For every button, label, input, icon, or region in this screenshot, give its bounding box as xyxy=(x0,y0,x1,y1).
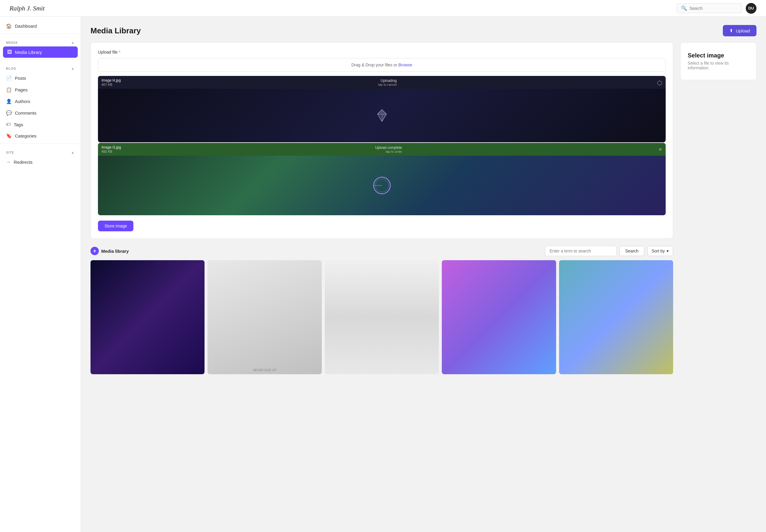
sidebar-item-tags[interactable]: 🏷 Tags xyxy=(0,119,81,130)
main-header: Media Library ⬆ Upload xyxy=(81,17,766,42)
image-icon: 🖼 xyxy=(7,49,12,55)
required-indicator: * xyxy=(119,50,120,54)
upload-item-header: Image H.jpg 407 KB Uploading tap to canc… xyxy=(98,76,666,89)
thumbnail-image xyxy=(559,260,673,374)
thumbnail-image xyxy=(91,260,205,374)
chevron-up-icon-blog: ▲ xyxy=(71,66,75,71)
thumbnail-image xyxy=(442,260,556,374)
upload-card: Upload file * Drag & Drop your files or … xyxy=(91,42,673,239)
avatar[interactable]: DU xyxy=(746,3,756,14)
comments-icon: 💬 xyxy=(6,110,12,116)
upload-item-status-complete: Upload complete tap to undo xyxy=(375,146,402,153)
home-icon: 🏠 xyxy=(6,23,12,29)
topbar: Ralph J. Smit 🔍 DU xyxy=(0,0,766,17)
media-search-button[interactable]: Search xyxy=(620,246,644,256)
tags-icon: 🏷 xyxy=(6,122,11,127)
divider-blog xyxy=(0,60,81,60)
chevron-up-icon: ▲ xyxy=(71,40,75,45)
add-media-button[interactable]: + xyxy=(91,247,99,255)
select-image-title: Select image xyxy=(688,52,749,59)
svg-marker-2 xyxy=(377,114,382,121)
sidebar-section-blog: BLOG ▲ xyxy=(0,62,81,72)
upload-item-info-complete: Image G.jpg 492 KB xyxy=(102,145,121,153)
thumbnail-item[interactable] xyxy=(442,260,556,374)
sidebar-item-label: Comments xyxy=(15,110,37,116)
sidebar-item-label: Authors xyxy=(15,99,30,104)
layout: 🏠 Dashboard MEDIA ▲ 🖼 Media Library BLOG… xyxy=(0,17,766,532)
search-box[interactable]: 🔍 xyxy=(677,3,742,13)
upload-item-info: Image H.jpg 407 KB xyxy=(102,78,121,86)
pages-icon: 📋 xyxy=(6,87,12,93)
categories-icon: 🔖 xyxy=(6,133,12,139)
upload-label: Upload file * xyxy=(98,50,666,54)
gem-icon xyxy=(375,108,389,123)
divider-media xyxy=(0,34,81,34)
thumbnail-image xyxy=(325,260,439,374)
upload-icon: ⬆ xyxy=(729,28,733,33)
sidebar-section-site: SITE ▲ xyxy=(0,146,81,156)
main-body: Upload file * Drag & Drop your files or … xyxy=(81,42,766,532)
upload-item-status: Uploading tap to cancel xyxy=(378,79,397,86)
main-right: Select image Select a file to view its i… xyxy=(673,42,756,522)
sidebar-item-label: Media Library xyxy=(15,50,42,55)
sidebar-item-pages[interactable]: 📋 Pages xyxy=(0,84,81,96)
chevron-down-icon: ▾ xyxy=(667,249,669,253)
chevron-up-icon-site: ▲ xyxy=(71,150,75,155)
close-icon[interactable]: ✕ xyxy=(659,147,662,152)
media-library-header: + Media library Search Sort by ▾ xyxy=(91,246,673,256)
sidebar-item-categories[interactable]: 🔖 Categories xyxy=(0,130,81,142)
thumbnail-image: NEVER GIVE UP xyxy=(208,260,322,374)
sidebar-item-posts[interactable]: 📄 Posts xyxy=(0,72,81,84)
sidebar: 🏠 Dashboard MEDIA ▲ 🖼 Media Library BLOG… xyxy=(0,17,81,532)
upload-button[interactable]: ⬆ Upload xyxy=(723,25,756,36)
main: Media Library ⬆ Upload Upload file * Dra… xyxy=(81,17,766,532)
sidebar-item-label: Posts xyxy=(15,76,26,81)
search-icon: 🔍 xyxy=(681,5,687,11)
topbar-right: 🔍 DU xyxy=(677,3,756,14)
thumbnails-grid: NEVER GIVE UP xyxy=(91,260,673,374)
circle-icon xyxy=(370,174,394,197)
image-preview-green xyxy=(98,156,666,215)
svg-marker-3 xyxy=(382,114,386,121)
sidebar-section-media: MEDIA ▲ xyxy=(0,36,81,46)
media-search-row: Search Sort by ▾ xyxy=(545,246,673,256)
redirects-icon: → xyxy=(6,159,11,165)
sidebar-nav: 🏠 Dashboard MEDIA ▲ 🖼 Media Library BLOG… xyxy=(0,17,81,171)
select-image-subtitle: Select a file to view its information. xyxy=(688,61,749,70)
sidebar-item-dashboard[interactable]: 🏠 Dashboard xyxy=(0,20,81,32)
thumbnail-item[interactable] xyxy=(559,260,673,374)
sidebar-item-authors[interactable]: 👤 Authors xyxy=(0,96,81,107)
thumbnail-item[interactable]: NEVER GIVE UP xyxy=(208,260,322,374)
store-image-button[interactable]: Store image xyxy=(98,221,133,231)
media-library-section: + Media library Search Sort by ▾ xyxy=(91,246,673,374)
sidebar-item-label: Dashboard xyxy=(15,24,37,29)
loading-spinner: ◌ xyxy=(657,79,662,86)
sidebar-item-label: Categories xyxy=(15,133,37,138)
media-library-title: + Media library xyxy=(91,247,129,255)
search-input[interactable] xyxy=(689,6,737,11)
sidebar-item-redirects[interactable]: → Redirects xyxy=(0,156,81,168)
page-title: Media Library xyxy=(91,26,141,35)
drop-zone[interactable]: Drag & Drop your files or Browse xyxy=(98,58,666,72)
upload-item-complete: Image G.jpg 492 KB Upload complete tap t… xyxy=(98,143,666,215)
image-preview-dark xyxy=(98,89,666,142)
thumbnail-item[interactable] xyxy=(91,260,205,374)
upload-item-uploading: Image H.jpg 407 KB Uploading tap to canc… xyxy=(98,76,666,142)
media-search-input[interactable] xyxy=(545,246,617,256)
sidebar-item-comments[interactable]: 💬 Comments xyxy=(0,107,81,119)
browse-link[interactable]: Browse xyxy=(398,63,412,67)
svg-marker-1 xyxy=(377,110,386,115)
main-left: Upload file * Drag & Drop your files or … xyxy=(91,42,673,522)
posts-icon: 📄 xyxy=(6,75,12,81)
sidebar-item-label: Pages xyxy=(15,87,28,92)
sidebar-item-media-library[interactable]: 🖼 Media Library xyxy=(3,46,78,58)
thumbnail-item[interactable] xyxy=(325,260,439,374)
logo: Ralph J. Smit xyxy=(10,4,45,12)
authors-icon: 👤 xyxy=(6,99,12,104)
upload-item-header-complete: Image G.jpg 492 KB Upload complete tap t… xyxy=(98,143,666,156)
select-image-panel: Select image Select a file to view its i… xyxy=(680,42,756,80)
sidebar-item-label: Tags xyxy=(14,122,23,127)
divider-site xyxy=(0,143,81,144)
sidebar-item-label: Redirects xyxy=(14,160,32,165)
sort-by-button[interactable]: Sort by ▾ xyxy=(647,246,673,256)
